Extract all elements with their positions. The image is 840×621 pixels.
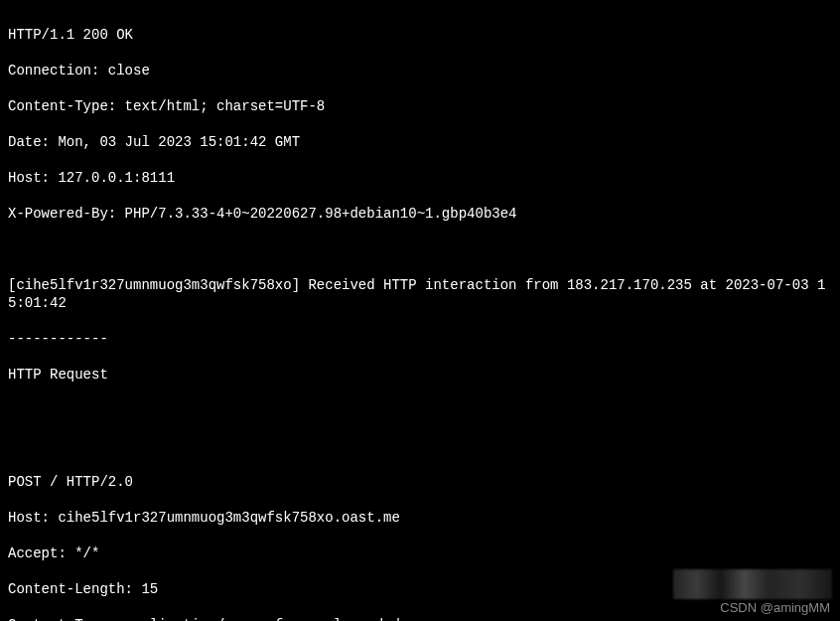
- terminal-output: HTTP/1.1 200 OK Connection: close Conten…: [8, 8, 832, 621]
- header-x-powered-by: X-Powered-By: PHP/7.3.33-4+0~20220627.98…: [8, 205, 832, 223]
- header-connection: Connection: close: [8, 62, 832, 79]
- header-host: Host: 127.0.0.1:8111: [8, 169, 832, 187]
- request-content-type: Content-Type: application/x-www-form-url…: [8, 616, 832, 621]
- watermark-text: CSDN @amingMM: [720, 599, 830, 617]
- blank-line: [8, 401, 832, 419]
- http-status: HTTP/1.1 200 OK: [8, 26, 832, 44]
- blank-line: [8, 437, 832, 455]
- blurred-region: [673, 569, 832, 599]
- request-method: POST / HTTP/2.0: [8, 473, 832, 491]
- blank-line: [8, 240, 832, 258]
- header-date: Date: Mon, 03 Jul 2023 15:01:42 GMT: [8, 133, 832, 151]
- interaction-log: [cihe5lfv1r327umnmuog3m3qwfsk758xo] Rece…: [8, 276, 832, 312]
- request-label: HTTP Request: [8, 366, 832, 384]
- divider: ------------: [8, 330, 832, 348]
- request-accept: Accept: */*: [8, 544, 832, 562]
- header-content-type: Content-Type: text/html; charset=UTF-8: [8, 97, 832, 115]
- request-host: Host: cihe5lfv1r327umnmuog3m3qwfsk758xo.…: [8, 509, 832, 527]
